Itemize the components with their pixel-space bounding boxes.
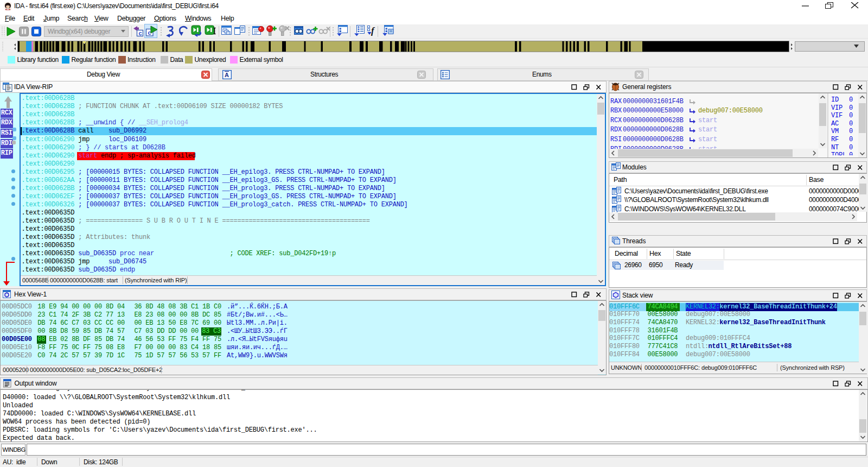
svg-text:A: A (225, 72, 229, 78)
svg-text:c: c (139, 30, 142, 36)
svg-text:f: f (371, 26, 375, 36)
